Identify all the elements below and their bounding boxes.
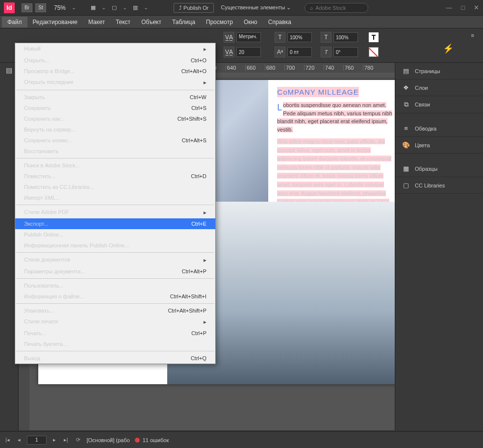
links-icon: ⧉ [402, 101, 410, 108]
menu-item[interactable]: Импорт XML... [15, 192, 215, 203]
kerning-icon: V̲A̲ [224, 32, 234, 43]
menu-item[interactable]: Открыть последние [15, 77, 215, 88]
menu-item[interactable]: Стили документов [15, 254, 215, 266]
open-icon[interactable]: ⟳ [75, 437, 82, 443]
master-page-label[interactable]: [Основной] (рабо [87, 437, 130, 443]
kerning-select[interactable]: Метрич. [236, 32, 261, 42]
next-page-button[interactable]: ▸ [51, 437, 57, 443]
menu-file[interactable]: Файл [2, 17, 27, 27]
panel-links[interactable]: ⧉Связи [395, 96, 483, 113]
first-page-button[interactable]: |◂ [4, 437, 11, 443]
panel-swatches[interactable]: ▦Образцы [395, 160, 483, 177]
menu-item[interactable]: Новый [15, 43, 215, 55]
workspace-switcher[interactable]: Существенные элементы ⌄ [217, 3, 295, 12]
menu-item[interactable]: Восстановить [15, 146, 215, 157]
menu-layout[interactable]: Макет [83, 17, 110, 27]
menu-item[interactable]: Упаковать...Ctrl+Alt+Shift+P [15, 305, 215, 316]
adobe-stock-search[interactable]: ⌕ [305, 3, 368, 13]
search-input[interactable] [315, 5, 364, 11]
panel-cclibraries[interactable]: ▢CC Libraries [395, 177, 483, 194]
hscale-input[interactable] [333, 32, 358, 42]
menu-item[interactable]: ЗакрытьCtrl+W [15, 92, 215, 103]
arrange-icon[interactable]: ▥ [129, 3, 142, 13]
vscale-icon: T [275, 32, 285, 43]
menu-item[interactable]: Поиск в Adobe Stock... [15, 160, 215, 171]
maximize-button[interactable]: □ [461, 4, 465, 11]
swatches-icon: ▦ [402, 165, 410, 172]
layers-icon: ❖ [402, 84, 410, 91]
file-menu-dropdown: НовыйОткрыть...Ctrl+OПросмотр в Bridge..… [15, 43, 216, 364]
screen-mode-icon[interactable]: ▢ [108, 3, 121, 13]
image-frame[interactable] [284, 202, 395, 384]
panel-layers[interactable]: ❖Слои [395, 79, 483, 96]
heading[interactable]: CoMPANY MILLEAGE [277, 87, 358, 97]
no-stroke-icon[interactable] [369, 47, 379, 57]
menu-item[interactable]: Стили печати [15, 316, 215, 328]
error-dot-icon [135, 438, 140, 443]
skew-icon: T [321, 47, 331, 57]
menu-item[interactable]: СохранитьCtrl+S [15, 103, 215, 113]
stroke-icon: ≡ [402, 125, 410, 132]
menu-item[interactable]: Сохранить копию...Ctrl+Alt+S [15, 135, 215, 146]
menu-item[interactable]: Печать...Ctrl+P [15, 328, 215, 339]
zoom-level[interactable]: 75% [54, 4, 66, 11]
menu-table[interactable]: Таблица [167, 17, 201, 27]
menu-item[interactable]: Стили Adobe PDF [15, 207, 215, 218]
close-button[interactable]: ✕ [474, 4, 479, 11]
menu-item[interactable]: Поместить...Ctrl+D [15, 171, 215, 182]
titlebar: Id Br St 75% ⌄ ▦⌄ ▢⌄ ▥⌄ ⤴ Publish Or Сущ… [0, 0, 483, 16]
page-number-input[interactable] [27, 436, 47, 445]
menu-item[interactable]: Поместить из CC Libraries... [15, 182, 215, 192]
menubar: Файл Редактирование Макет Текст Объект Т… [0, 16, 483, 28]
menu-object[interactable]: Объект [136, 17, 167, 27]
app-logo: Id [4, 2, 15, 13]
menu-item[interactable]: Просмотр в Bridge...Ctrl+Alt+O [15, 66, 215, 77]
menu-item[interactable]: Печать буклета... [15, 339, 215, 349]
menu-item[interactable]: Вернуть на сервер... [15, 124, 215, 135]
menu-item[interactable]: Информация о файле...Ctrl+Alt+Shift+I [15, 291, 215, 302]
preflight-status[interactable]: 11 ошибок [135, 437, 169, 443]
menu-item[interactable]: Сохранить как...Ctrl+Shift+S [15, 113, 215, 124]
color-icon: 🎨 [402, 141, 410, 149]
publish-online-button[interactable]: ⤴ Publish Or [174, 3, 214, 13]
view-options-icon[interactable]: ▦ [87, 3, 100, 13]
quick-apply-icon[interactable]: ⚡ [443, 43, 454, 54]
panel-color[interactable]: 🎨Цвета [395, 137, 483, 154]
menu-item[interactable]: Открыть...Ctrl+O [15, 55, 215, 66]
menu-item[interactable]: Publish Online... [15, 229, 215, 240]
menu-edit[interactable]: Редактирование [27, 17, 83, 27]
vscale-input[interactable] [287, 32, 312, 42]
baseline-input[interactable] [287, 47, 312, 57]
status-bar: |◂ ◂ ▸ ▸| ⟳ [Основной] (рабо 11 ошибок [0, 431, 483, 448]
fill-text-icon[interactable]: T [369, 32, 379, 42]
menu-window[interactable]: Окно [238, 17, 263, 27]
tracking-input[interactable] [236, 47, 261, 57]
menu-item[interactable]: Экспорт...Ctrl+E [15, 218, 215, 229]
panel-menu-icon[interactable]: ≡ [471, 32, 474, 38]
menu-item[interactable]: Информационная панель Publish Online... [15, 240, 215, 251]
search-icon: ⌕ [310, 5, 313, 11]
menu-item[interactable]: Пользователь... [15, 280, 215, 291]
stock-badge[interactable]: St [35, 3, 46, 12]
skew-input[interactable] [333, 47, 358, 57]
tracking-icon: V̲A̲ [224, 47, 234, 57]
prev-page-button[interactable]: ◂ [16, 437, 22, 443]
menu-type[interactable]: Текст [110, 17, 136, 27]
library-icon: ▢ [402, 182, 410, 189]
menu-item[interactable]: ВыходCtrl+Q [15, 353, 215, 364]
pages-icon: ▤ [402, 67, 410, 75]
hscale-icon: T [321, 32, 331, 43]
last-page-button[interactable]: ▸| [62, 437, 70, 443]
panel-pages[interactable]: ▤Страницы [395, 63, 483, 79]
minimize-button[interactable]: — [446, 4, 452, 11]
menu-item[interactable]: Параметры документа...Ctrl+Alt+P [15, 266, 215, 277]
menu-view[interactable]: Просмотр [201, 17, 238, 27]
baseline-icon: Aª [275, 47, 285, 57]
bridge-badge[interactable]: Br [22, 3, 32, 12]
menu-help[interactable]: Справка [263, 17, 297, 27]
body-text[interactable]: Lobortis suspendisse quo aenean non amet… [277, 101, 392, 133]
zoom-dropdown-icon[interactable]: ⌄ [72, 4, 76, 11]
panels-dock: ▤Страницы ❖Слои ⧉Связи ≡Обводка 🎨Цвета ▦… [395, 63, 483, 430]
panel-stroke[interactable]: ≡Обводка [395, 120, 483, 137]
